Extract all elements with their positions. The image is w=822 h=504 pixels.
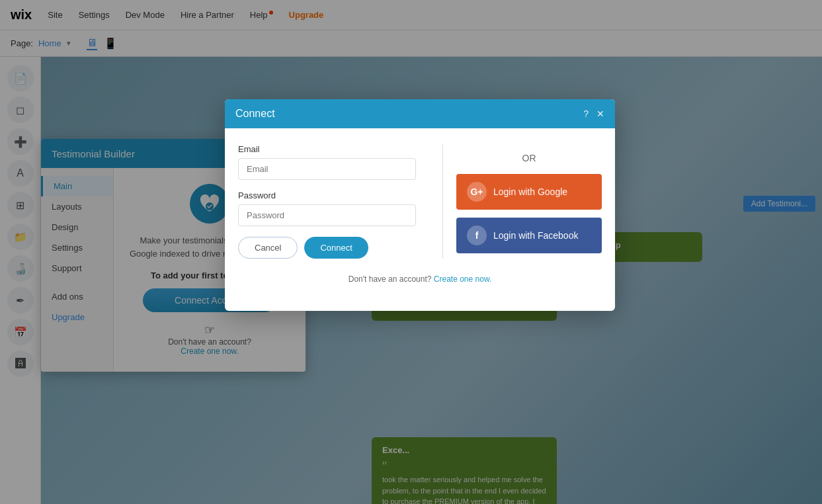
or-text: OR [456, 153, 602, 163]
google-btn-label: Login with Google [493, 187, 567, 197]
cancel-button[interactable]: Cancel [238, 237, 298, 259]
facebook-btn-label: Login with Facebook [493, 230, 578, 241]
modal-form: Email Password Cancel Connect [238, 144, 429, 259]
modal-buttons: Cancel Connect [238, 237, 416, 259]
connect-button[interactable]: Connect [304, 237, 368, 259]
password-input[interactable] [238, 204, 416, 226]
modal-footer: Don't have an account? Create one now. [225, 274, 615, 294]
email-input[interactable] [238, 158, 416, 180]
modal-header-icons: ? ✕ [583, 108, 604, 119]
google-icon: G+ [467, 182, 487, 202]
footer-create-link[interactable]: Create one now. [434, 274, 491, 284]
facebook-icon: f [467, 226, 487, 245]
email-label: Email [238, 144, 416, 154]
connect-modal: Connect ? ✕ Email Password Cancel Connec… [225, 99, 615, 311]
footer-text: Don't have an account? [349, 274, 432, 284]
modal-overlay: Connect ? ✕ Email Password Cancel Connec… [0, 0, 822, 504]
google-login-button[interactable]: G+ Login with Google [456, 174, 602, 210]
password-label: Password [238, 190, 416, 200]
modal-title: Connect [235, 108, 275, 120]
modal-help-icon[interactable]: ? [583, 108, 589, 119]
password-group: Password [238, 190, 416, 226]
modal-body: Email Password Cancel Connect OR G+ Logi… [225, 128, 615, 274]
modal-social: OR G+ Login with Google f Login with Fac… [456, 144, 602, 259]
facebook-login-button[interactable]: f Login with Facebook [456, 218, 602, 253]
modal-close-icon[interactable]: ✕ [596, 108, 604, 119]
modal-header: Connect ? ✕ [225, 99, 615, 128]
email-group: Email [238, 144, 416, 180]
divider [442, 144, 443, 259]
